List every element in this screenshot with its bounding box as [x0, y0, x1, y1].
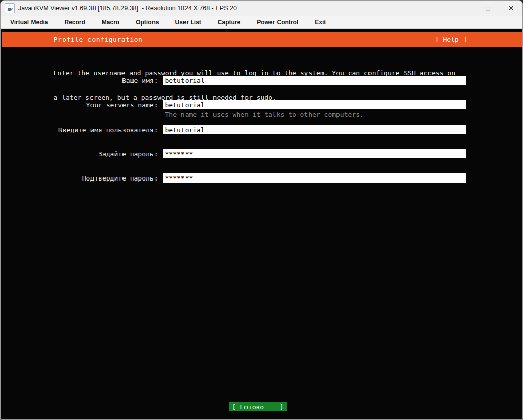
form-row-password: Задайте пароль:	[2, 149, 466, 158]
your-name-label: Ваше имя:	[2, 77, 158, 84]
password-label: Задайте пароль:	[2, 150, 158, 158]
maximize-button[interactable]: □	[477, 1, 500, 16]
server-name-hint: The name it uses when it talks to other …	[165, 111, 364, 118]
menu-exit[interactable]: Exit	[310, 16, 330, 28]
server-name-label: Your servers name:	[2, 101, 158, 109]
confirm-password-input[interactable]	[163, 173, 466, 183]
menu-bar: Virtual Media Record Macro Options User …	[1, 16, 522, 29]
username-label: Введите имя пользователя:	[2, 126, 158, 134]
minimize-button[interactable]: —	[454, 1, 477, 16]
menu-record[interactable]: Record	[59, 16, 89, 28]
menu-virtual-media[interactable]: Virtual Media	[6, 16, 52, 28]
menu-macro[interactable]: Macro	[97, 16, 124, 28]
form-row-confirm-password: Подтвердите пароль:	[2, 173, 466, 183]
done-button-close-bracket: ]	[280, 403, 284, 411]
form-row-server-name: Your servers name:	[2, 100, 466, 109]
ikvm-viewer-window: Java iKVM Viewer v1.69.38 [185.78.29.38]…	[0, 0, 523, 420]
page-title: Profile configuration	[54, 36, 143, 43]
remote-console-screen: Profile configuration [ Help ] Enter the…	[2, 29, 522, 420]
password-input[interactable]	[163, 149, 466, 158]
window-title: Java iKVM Viewer v1.69.38 [185.78.29.38]…	[18, 5, 237, 12]
menu-options[interactable]: Options	[131, 16, 163, 28]
username-input[interactable]	[163, 125, 466, 134]
minimize-icon: —	[462, 5, 469, 12]
menu-capture[interactable]: Capture	[213, 16, 245, 28]
title-bar: Java iKVM Viewer v1.69.38 [185.78.29.38]…	[1, 1, 522, 16]
installer-header-bar: Profile configuration [ Help ]	[2, 32, 522, 47]
close-button[interactable]: ✕	[500, 1, 522, 16]
done-button[interactable]: [ Готово ]	[229, 402, 287, 411]
confirm-password-label: Подтвердите пароль:	[2, 174, 158, 182]
form-row-username: Введите имя пользователя:	[2, 125, 466, 134]
java-icon	[5, 3, 15, 13]
form-row-your-name: Ваше имя:	[2, 76, 466, 85]
maximize-icon: □	[486, 5, 490, 12]
menu-power-control[interactable]: Power Control	[252, 16, 303, 28]
your-name-input[interactable]	[163, 76, 466, 85]
done-button-label: [ Готово	[232, 403, 264, 411]
help-button[interactable]: [ Help ]	[435, 36, 467, 43]
menu-user-list[interactable]: User List	[170, 16, 205, 28]
server-name-input[interactable]	[163, 100, 466, 109]
close-icon: ✕	[508, 4, 514, 12]
